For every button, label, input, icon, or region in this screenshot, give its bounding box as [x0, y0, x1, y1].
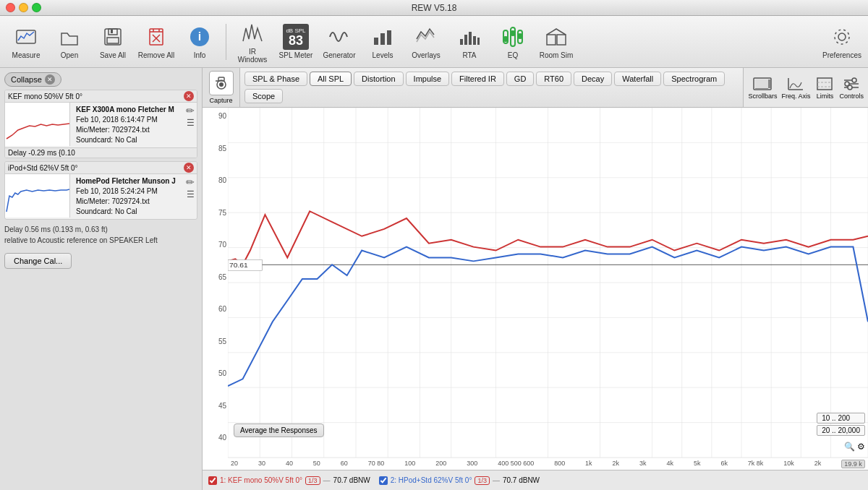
range-box-2[interactable]: 20 .. 20,000 [817, 425, 865, 436]
tab-bar: SPL & Phase All SPL Distortion Impulse F… [240, 68, 743, 108]
toolbar-generator[interactable]: Generator [319, 21, 359, 62]
svg-point-34 [219, 82, 224, 87]
capture-button[interactable] [209, 71, 234, 95]
meas2-date: Feb 10, 2018 5:24:24 PM [76, 186, 178, 197]
chart-plot[interactable]: 70.61 Average the Responses 10 .. 200 20… [228, 108, 868, 457]
right-controls: Scrollbars Freq. Axis Limits Controls [743, 68, 868, 108]
svg-rect-16 [460, 39, 463, 45]
svg-rect-14 [380, 33, 385, 45]
save-all-label: Save All [100, 51, 126, 59]
tab-filtered-ir[interactable]: Filtered IR [451, 72, 504, 86]
title-bar: REW V5.18 [0, 0, 868, 16]
svg-rect-43 [817, 78, 832, 90]
collapse-button[interactable]: Collapse ✕ [4, 72, 61, 87]
meas2-mic: Mic/Meter: 7029724.txt [76, 197, 178, 207]
tab-decay[interactable]: Decay [574, 72, 612, 86]
toolbar-rta[interactable]: RTA [449, 21, 490, 62]
close-button[interactable] [6, 3, 15, 12]
meas2-selector-label: iPod+Std 62%V 5ft 0° [8, 164, 184, 172]
svg-rect-20 [477, 38, 480, 45]
chart-main: 90 85 80 75 70 65 60 55 50 45 40 [203, 108, 868, 490]
minimize-button[interactable] [19, 3, 28, 12]
toolbar-remove-all[interactable]: Remove All [136, 21, 176, 62]
tab-distortion[interactable]: Distortion [354, 72, 403, 86]
svg-point-50 [848, 85, 852, 90]
limits-control[interactable]: Limits [814, 75, 835, 100]
toolbar-open[interactable]: Open [49, 21, 90, 62]
overlays-icon [413, 24, 439, 50]
toolbar: Measure Open Save All Remove All i Info … [0, 16, 868, 68]
toolbar-measure[interactable]: Measure [6, 21, 46, 62]
tab-spl-phase[interactable]: SPL & Phase [244, 72, 307, 86]
meas2-close-button[interactable]: ✕ [184, 163, 194, 173]
levels-label: Levels [373, 51, 393, 59]
legend-2-badge[interactable]: 1/3 [475, 476, 490, 485]
collapse-x-icon[interactable]: ✕ [45, 74, 55, 85]
delay-info: Delay 0.56 ms (0.193 m, 0.63 ft) relativ… [4, 223, 197, 247]
meas2-thumbnail [5, 174, 70, 218]
meas1-list-icon[interactable]: ☰ [187, 118, 195, 128]
toolbar-preferences[interactable]: Preferences [822, 21, 862, 62]
levels-icon [370, 24, 396, 50]
legend-item-1: 1: KEF mono 50%V 5ft 0° 1/3 — 70.7 dBNW [208, 476, 370, 485]
toolbar-overlays[interactable]: Overlays [406, 21, 446, 62]
y-label-75: 75 [204, 209, 226, 217]
svg-point-48 [852, 78, 856, 82]
generator-icon [326, 24, 352, 50]
y-label-70: 70 [204, 241, 226, 249]
overlays-label: Overlays [412, 51, 440, 59]
meas1-mic: Mic/Meter: 7029724.txt [76, 125, 178, 135]
toolbar-spl-meter[interactable]: dB SPL 83 SPL Meter [276, 21, 316, 62]
tab-scope[interactable]: Scope [244, 89, 283, 103]
tab-waterfall[interactable]: Waterfall [614, 72, 661, 86]
save-all-icon [100, 24, 126, 50]
chart-settings-icon[interactable]: ⚙ [857, 442, 865, 452]
meas1-thumbnail [5, 103, 70, 146]
capture-label: Capture [209, 97, 232, 104]
delay-line1: Delay 0.56 ms (0.193 m, 0.63 ft) [4, 224, 197, 235]
legend-1-checkbox[interactable] [208, 476, 217, 485]
y-label-45: 45 [204, 402, 226, 410]
meas2-edit-icon[interactable]: ✏ [186, 176, 195, 188]
svg-rect-39 [768, 79, 770, 88]
controls-control[interactable]: Controls [839, 75, 864, 100]
meas1-edit-icon[interactable]: ✏ [186, 105, 195, 116]
svg-rect-18 [469, 32, 472, 45]
toolbar-room-sim[interactable]: Room Sim [536, 21, 576, 62]
spl-meter-icon: dB SPL 83 [283, 24, 309, 50]
svg-rect-3 [107, 38, 119, 43]
svg-rect-15 [387, 30, 391, 45]
toolbar-ir-windows[interactable]: IR Windows [232, 17, 273, 66]
freq-axis-control[interactable]: Freq. Axis [781, 75, 810, 100]
meas1-close-button[interactable]: ✕ [184, 91, 194, 101]
controls-label: Controls [839, 93, 864, 100]
spl-meter-label: SPL Meter [279, 51, 313, 59]
x-axis: 20 30 40 50 60 70 80 100 200 300 400 500… [228, 457, 868, 470]
tab-all-spl[interactable]: All SPL [310, 72, 352, 86]
tab-impulse[interactable]: Impulse [406, 72, 450, 86]
tab-gd[interactable]: GD [506, 72, 535, 86]
legend-1-badge[interactable]: 1/3 [305, 476, 320, 485]
toolbar-eq[interactable]: EQ [493, 21, 533, 62]
meas2-list-icon[interactable]: ☰ [187, 189, 195, 199]
chart-zoom-out-icon[interactable]: 🔍 [844, 442, 855, 452]
toolbar-save-all[interactable]: Save All [93, 21, 133, 62]
tab-spectrogram[interactable]: Spectrogram [663, 72, 725, 86]
remove-all-label: Remove All [138, 51, 175, 59]
change-cal-button[interactable]: Change Cal... [4, 253, 72, 269]
rta-label: RTA [462, 51, 476, 59]
maximize-button[interactable] [32, 3, 41, 12]
ir-windows-label: IR Windows [234, 48, 271, 64]
limits-label: Limits [817, 93, 834, 100]
meas1-soundcard: Soundcard: No Cal [76, 135, 178, 145]
legend-2-checkbox[interactable] [379, 476, 388, 485]
tab-rt60[interactable]: RT60 [536, 72, 571, 86]
y-label-90: 90 [204, 112, 226, 120]
range-box-1[interactable]: 10 .. 200 [817, 413, 865, 424]
scrollbars-control[interactable]: Scrollbars [748, 75, 777, 100]
toolbar-info[interactable]: i Info [179, 21, 220, 62]
svg-rect-4 [111, 30, 113, 33]
toolbar-levels[interactable]: Levels [362, 21, 403, 62]
average-responses-button[interactable]: Average the Responses [234, 424, 324, 437]
generator-label: Generator [323, 51, 355, 59]
